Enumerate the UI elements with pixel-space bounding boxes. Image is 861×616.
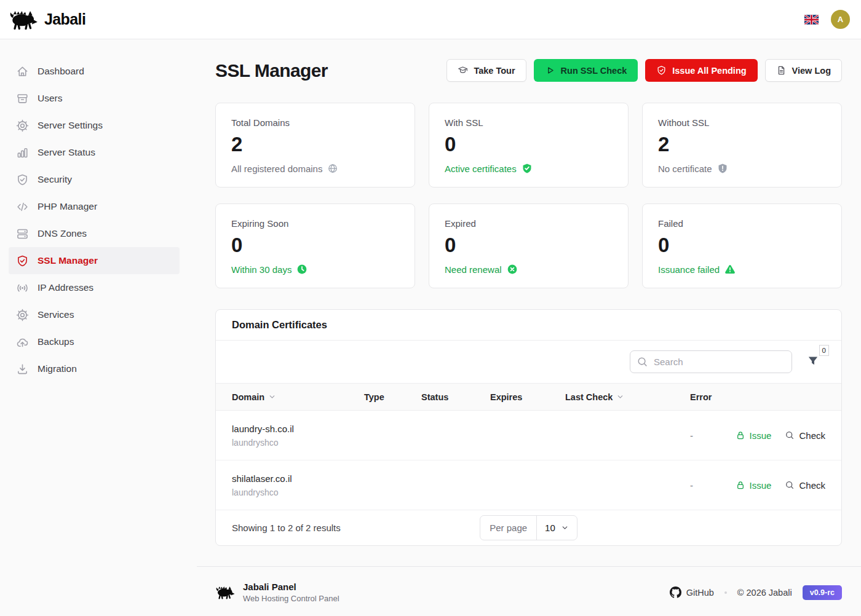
issue-all-pending-button[interactable]: Issue All Pending — [645, 59, 757, 82]
run-ssl-check-button[interactable]: Run SSL Check — [534, 59, 638, 82]
stat-sub-label: Active certificates — [445, 164, 517, 174]
sidebar-item-users[interactable]: Users — [9, 85, 180, 112]
main-content: SSL Manager Take Tour Run SSL Check Issu… — [188, 39, 861, 616]
button-label: Issue All Pending — [672, 66, 746, 76]
lock-icon — [736, 430, 745, 440]
sidebar-item-ip-addresses[interactable]: IP Addresses — [9, 274, 180, 301]
column-header-error: Error — [690, 392, 825, 402]
filter-count-badge: 0 — [819, 345, 829, 356]
sidebar-item-label: SSL Manager — [38, 255, 98, 266]
view-log-button[interactable]: View Log — [765, 59, 842, 82]
user-avatar[interactable]: A — [831, 10, 850, 29]
shield-check-icon — [16, 255, 29, 267]
graduation-cap-icon — [458, 65, 468, 76]
sidebar-item-label: Security — [38, 174, 72, 185]
stat-value: 2 — [658, 133, 826, 156]
stat-value: 0 — [231, 234, 399, 256]
stat-label: Expiring Soon — [231, 218, 399, 229]
sidebar-item-dashboard[interactable]: Dashboard — [9, 58, 180, 85]
stat-card-with-ssl: With SSL 0 Active certificates — [429, 103, 629, 188]
stat-value: 2 — [231, 133, 399, 156]
stat-card-expired: Expired 0 Need renewal — [429, 203, 629, 288]
server-stack-icon — [16, 227, 29, 240]
filter-button[interactable]: 0 — [806, 353, 820, 370]
take-tour-button[interactable]: Take Tour — [446, 59, 526, 82]
panel-title: Domain Certificates — [216, 310, 841, 341]
cell-error: - — [690, 430, 736, 441]
check-button[interactable]: Check — [785, 480, 825, 491]
table-row: shilatlaser.co.il laundryshco - Issue Ch… — [216, 460, 841, 510]
sidebar-item-dns-zones[interactable]: DNS Zones — [9, 220, 180, 247]
github-link[interactable]: GitHub — [670, 586, 714, 598]
sidebar-item-server-settings[interactable]: Server Settings — [9, 112, 180, 139]
shield-check-icon — [16, 173, 29, 186]
search-icon — [785, 480, 795, 490]
stat-label: With SSL — [445, 117, 613, 128]
sidebar-item-security[interactable]: Security — [9, 166, 180, 193]
table-header-row: Domain Type Status Expires Last Check Er… — [216, 383, 841, 411]
bar-chart-icon — [16, 146, 29, 159]
shield-check-icon — [656, 65, 667, 76]
stat-sub-label: All registered domains — [231, 164, 322, 174]
top-bar: Jabali A — [0, 0, 861, 39]
footer-brand: Jabali Panel — [243, 582, 339, 592]
stat-label: Expired — [445, 218, 613, 229]
search-input[interactable] — [630, 350, 792, 373]
sidebar-item-ssl-manager[interactable]: SSL Manager — [9, 247, 180, 274]
page-actions: Take Tour Run SSL Check Issue All Pendin… — [446, 59, 842, 82]
issue-button[interactable]: Issue — [736, 430, 772, 441]
code-icon — [16, 200, 29, 213]
sidebar-item-label: Server Settings — [38, 120, 103, 131]
issue-button[interactable]: Issue — [736, 480, 772, 491]
per-page-select[interactable]: 10 — [536, 516, 577, 540]
sidebar-item-services[interactable]: Services — [9, 301, 180, 328]
stat-card-expiring-soon: Expiring Soon 0 Within 30 days — [215, 203, 415, 288]
button-label: Run SSL Check — [561, 66, 627, 76]
clock-icon — [296, 264, 308, 275]
warning-triangle-icon — [724, 264, 736, 275]
per-page-label: Per page — [480, 516, 536, 540]
download-icon — [16, 363, 29, 376]
chevron-down-icon — [561, 524, 569, 532]
brand-logo[interactable]: Jabali — [9, 9, 85, 30]
column-header-domain[interactable]: Domain — [232, 392, 364, 402]
home-icon — [16, 65, 29, 78]
stat-value: 0 — [658, 234, 826, 256]
check-button[interactable]: Check — [785, 430, 825, 441]
stat-value: 0 — [445, 234, 613, 256]
column-header-status: Status — [421, 392, 490, 402]
sidebar-item-label: Backups — [38, 336, 74, 347]
stat-card-failed: Failed 0 Issuance failed — [642, 203, 842, 288]
sidebar-item-migration[interactable]: Migration — [9, 355, 180, 382]
column-header-expires: Expires — [490, 392, 565, 402]
sidebar-item-label: Services — [38, 309, 74, 320]
stat-card-total-domains: Total Domains 2 All registered domains — [215, 103, 415, 188]
brand-name: Jabali — [44, 10, 85, 28]
table-row: laundry-sh.co.il laundryshco - Issue Che… — [216, 411, 841, 460]
radio-waves-icon — [16, 282, 29, 294]
sidebar-item-label: DNS Zones — [38, 228, 87, 239]
button-label: Take Tour — [474, 66, 515, 76]
search-icon — [637, 356, 648, 368]
search-icon — [785, 430, 795, 440]
copyright-text: © 2026 Jabali — [737, 588, 792, 598]
search-box — [630, 350, 792, 373]
uk-flag-icon[interactable] — [804, 15, 819, 25]
github-icon — [670, 586, 681, 598]
page-title: SSL Manager — [215, 59, 328, 82]
globe-icon — [327, 163, 338, 174]
x-circle-icon — [507, 264, 518, 275]
stats-grid: Total Domains 2 All registered domains W… — [215, 103, 842, 288]
sidebar-item-server-status[interactable]: Server Status — [9, 139, 180, 166]
sidebar-item-backups[interactable]: Backups — [9, 328, 180, 355]
sidebar-item-php-manager[interactable]: PHP Manager — [9, 193, 180, 220]
users-drawer-icon — [16, 92, 29, 105]
stat-sub-label: No certificate — [658, 164, 712, 174]
column-header-last-check[interactable]: Last Check — [565, 392, 690, 402]
domain-name: shilatlaser.co.il — [232, 473, 364, 484]
shield-alert-icon — [717, 163, 728, 174]
lock-icon — [736, 480, 745, 490]
column-header-type: Type — [364, 392, 421, 402]
domain-owner: laundryshco — [232, 438, 364, 448]
gear-icon — [16, 119, 29, 132]
